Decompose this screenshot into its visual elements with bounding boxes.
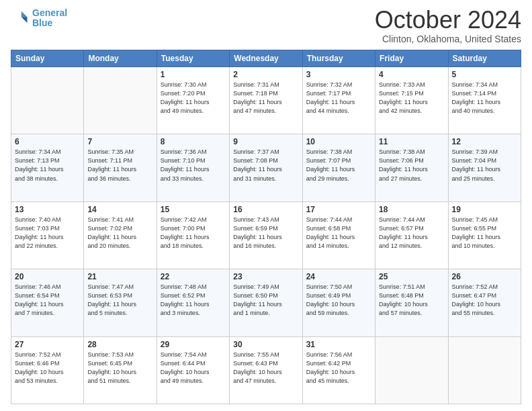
day-number: 21 <box>87 272 152 281</box>
calendar-week-row: 27Sunrise: 7:52 AM Sunset: 6:46 PM Dayli… <box>11 336 521 404</box>
calendar-day-cell <box>375 336 448 404</box>
calendar-day-cell: 18Sunrise: 7:44 AM Sunset: 6:57 PM Dayli… <box>375 201 448 269</box>
calendar-day-cell <box>84 67 157 134</box>
logo-icon <box>11 9 30 28</box>
day-number: 9 <box>233 137 298 146</box>
day-number: 14 <box>87 205 152 214</box>
day-info: Sunrise: 7:43 AM Sunset: 6:59 PM Dayligh… <box>233 216 298 250</box>
day-number: 24 <box>306 272 371 281</box>
day-info: Sunrise: 7:40 AM Sunset: 7:03 PM Dayligh… <box>15 216 80 250</box>
day-number: 22 <box>161 272 226 281</box>
calendar-week-row: 6Sunrise: 7:34 AM Sunset: 7:13 PM Daylig… <box>11 134 521 201</box>
day-number: 28 <box>87 340 152 349</box>
calendar-day-cell: 9Sunrise: 7:37 AM Sunset: 7:08 PM Daylig… <box>230 134 302 201</box>
day-info: Sunrise: 7:41 AM Sunset: 7:02 PM Dayligh… <box>87 216 152 250</box>
calendar-day-cell: 26Sunrise: 7:52 AM Sunset: 6:47 PM Dayli… <box>448 269 521 336</box>
calendar-day-cell: 19Sunrise: 7:45 AM Sunset: 6:55 PM Dayli… <box>448 201 521 269</box>
day-number: 17 <box>306 205 371 214</box>
day-number: 3 <box>306 70 371 79</box>
calendar-day-cell: 27Sunrise: 7:52 AM Sunset: 6:46 PM Dayli… <box>11 336 84 404</box>
calendar-day-cell: 15Sunrise: 7:42 AM Sunset: 7:00 PM Dayli… <box>157 201 229 269</box>
calendar-day-cell: 5Sunrise: 7:34 AM Sunset: 7:14 PM Daylig… <box>448 67 521 134</box>
day-number: 25 <box>379 272 444 281</box>
calendar-day-cell: 24Sunrise: 7:50 AM Sunset: 6:49 PM Dayli… <box>302 269 375 336</box>
weekday-header: Sunday <box>11 50 84 67</box>
calendar-day-cell: 8Sunrise: 7:36 AM Sunset: 7:10 PM Daylig… <box>157 134 229 201</box>
calendar-day-cell: 3Sunrise: 7:32 AM Sunset: 7:17 PM Daylig… <box>302 67 375 134</box>
day-number: 11 <box>379 137 444 146</box>
calendar-header-row: SundayMondayTuesdayWednesdayThursdayFrid… <box>11 50 521 67</box>
calendar-day-cell <box>11 67 84 134</box>
day-number: 26 <box>452 272 517 281</box>
day-number: 15 <box>161 205 226 214</box>
header: General Blue October 2024 Clinton, Oklah… <box>11 8 521 44</box>
day-number: 31 <box>306 340 371 349</box>
day-info: Sunrise: 7:42 AM Sunset: 7:00 PM Dayligh… <box>161 216 226 250</box>
day-number: 2 <box>233 70 298 79</box>
day-info: Sunrise: 7:37 AM Sunset: 7:08 PM Dayligh… <box>233 148 298 183</box>
day-number: 18 <box>379 205 444 214</box>
location: Clinton, Oklahoma, United States <box>375 34 521 44</box>
calendar-day-cell: 11Sunrise: 7:38 AM Sunset: 7:06 PM Dayli… <box>375 134 448 201</box>
day-number: 13 <box>15 205 80 214</box>
calendar-day-cell: 28Sunrise: 7:53 AM Sunset: 6:45 PM Dayli… <box>84 336 157 404</box>
calendar-week-row: 13Sunrise: 7:40 AM Sunset: 7:03 PM Dayli… <box>11 201 521 269</box>
logo-line1: General <box>32 7 67 18</box>
calendar-day-cell: 30Sunrise: 7:55 AM Sunset: 6:43 PM Dayli… <box>230 336 302 404</box>
day-number: 4 <box>379 70 444 79</box>
day-info: Sunrise: 7:32 AM Sunset: 7:17 PM Dayligh… <box>306 81 371 116</box>
calendar-day-cell: 13Sunrise: 7:40 AM Sunset: 7:03 PM Dayli… <box>11 201 84 269</box>
day-info: Sunrise: 7:39 AM Sunset: 7:04 PM Dayligh… <box>452 148 517 183</box>
day-number: 10 <box>306 137 371 146</box>
calendar-day-cell: 17Sunrise: 7:44 AM Sunset: 6:58 PM Dayli… <box>302 201 375 269</box>
day-info: Sunrise: 7:38 AM Sunset: 7:07 PM Dayligh… <box>306 148 371 183</box>
day-info: Sunrise: 7:51 AM Sunset: 6:48 PM Dayligh… <box>379 283 444 318</box>
calendar-day-cell: 29Sunrise: 7:54 AM Sunset: 6:44 PM Dayli… <box>157 336 229 404</box>
calendar-day-cell: 16Sunrise: 7:43 AM Sunset: 6:59 PM Dayli… <box>230 201 302 269</box>
day-number: 16 <box>233 205 298 214</box>
day-number: 20 <box>15 272 80 281</box>
calendar-day-cell: 6Sunrise: 7:34 AM Sunset: 7:13 PM Daylig… <box>11 134 84 201</box>
calendar-day-cell: 14Sunrise: 7:41 AM Sunset: 7:02 PM Dayli… <box>84 201 157 269</box>
day-number: 12 <box>452 137 517 146</box>
day-info: Sunrise: 7:44 AM Sunset: 6:58 PM Dayligh… <box>306 216 371 250</box>
day-info: Sunrise: 7:48 AM Sunset: 6:52 PM Dayligh… <box>161 283 226 318</box>
logo-line2: Blue <box>32 17 52 28</box>
day-info: Sunrise: 7:38 AM Sunset: 7:06 PM Dayligh… <box>379 148 444 183</box>
calendar-day-cell: 1Sunrise: 7:30 AM Sunset: 7:20 PM Daylig… <box>157 67 229 134</box>
day-number: 7 <box>87 137 152 146</box>
weekday-header: Thursday <box>302 50 375 67</box>
calendar-day-cell: 7Sunrise: 7:35 AM Sunset: 7:11 PM Daylig… <box>84 134 157 201</box>
svg-marker-0 <box>21 11 28 17</box>
day-info: Sunrise: 7:31 AM Sunset: 7:18 PM Dayligh… <box>233 81 298 116</box>
calendar-day-cell: 22Sunrise: 7:48 AM Sunset: 6:52 PM Dayli… <box>157 269 229 336</box>
calendar-day-cell: 20Sunrise: 7:46 AM Sunset: 6:54 PM Dayli… <box>11 269 84 336</box>
weekday-header: Friday <box>375 50 448 67</box>
day-info: Sunrise: 7:34 AM Sunset: 7:13 PM Dayligh… <box>15 148 80 183</box>
logo-text: General Blue <box>32 8 67 29</box>
weekday-header: Monday <box>84 50 157 67</box>
day-info: Sunrise: 7:49 AM Sunset: 6:50 PM Dayligh… <box>233 283 298 318</box>
day-number: 29 <box>161 340 226 349</box>
day-info: Sunrise: 7:30 AM Sunset: 7:20 PM Dayligh… <box>161 81 226 116</box>
day-info: Sunrise: 7:34 AM Sunset: 7:14 PM Dayligh… <box>452 81 517 116</box>
day-info: Sunrise: 7:55 AM Sunset: 6:43 PM Dayligh… <box>233 351 298 385</box>
weekday-header: Tuesday <box>157 50 229 67</box>
day-number: 30 <box>233 340 298 349</box>
calendar-day-cell: 12Sunrise: 7:39 AM Sunset: 7:04 PM Dayli… <box>448 134 521 201</box>
day-info: Sunrise: 7:53 AM Sunset: 6:45 PM Dayligh… <box>87 351 152 385</box>
day-info: Sunrise: 7:33 AM Sunset: 7:15 PM Dayligh… <box>379 81 444 116</box>
calendar-day-cell <box>448 336 521 404</box>
logo: General Blue <box>11 8 67 29</box>
day-info: Sunrise: 7:46 AM Sunset: 6:54 PM Dayligh… <box>15 283 80 318</box>
calendar-day-cell: 2Sunrise: 7:31 AM Sunset: 7:18 PM Daylig… <box>230 67 302 134</box>
day-number: 19 <box>452 205 517 214</box>
calendar-week-row: 1Sunrise: 7:30 AM Sunset: 7:20 PM Daylig… <box>11 67 521 134</box>
page: General Blue October 2024 Clinton, Oklah… <box>0 0 532 411</box>
calendar-table: SundayMondayTuesdayWednesdayThursdayFrid… <box>11 50 521 404</box>
day-info: Sunrise: 7:52 AM Sunset: 6:46 PM Dayligh… <box>15 351 80 385</box>
weekday-header: Saturday <box>448 50 521 67</box>
day-info: Sunrise: 7:56 AM Sunset: 6:42 PM Dayligh… <box>306 351 371 385</box>
calendar-day-cell: 31Sunrise: 7:56 AM Sunset: 6:42 PM Dayli… <box>302 336 375 404</box>
day-number: 5 <box>452 70 517 79</box>
